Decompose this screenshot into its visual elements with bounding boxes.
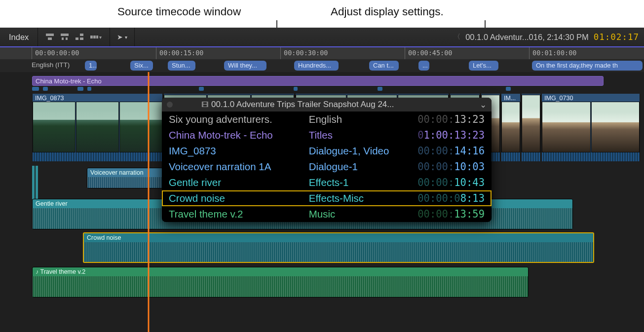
clip-edge (36, 166, 38, 199)
waveform (522, 152, 540, 161)
clip-name: China Moto-trek - Echo (162, 127, 302, 143)
caption-chip[interactable]: Stun... (168, 61, 195, 71)
timecode-row[interactable]: China Moto-trek - EchoTitles01:00:13:23 (162, 127, 492, 143)
thumbnail (522, 95, 540, 152)
timeline-toolbar: Index ▾ ➤ ▾ 〈 00.1.0 Adventur...016, 2:1… (0, 28, 644, 47)
source-timecode: 00:00:13:23 (411, 111, 492, 127)
source-timecode: 00:00:10:43 (411, 175, 492, 190)
waveform (542, 152, 640, 161)
svg-rect-3 (62, 37, 64, 40)
ruler-tick: 00:00:45:00 (405, 47, 455, 59)
caption-chip[interactable]: Can t... (369, 61, 399, 71)
svg-rect-10 (96, 36, 98, 38)
clip-label: IMG_0730 (542, 94, 640, 102)
video-clip[interactable] (521, 94, 541, 161)
caption-chip[interactable]: ... (418, 61, 429, 71)
role-name: Dialogue-1 (302, 159, 411, 175)
caption-chip[interactable]: 1... (85, 61, 97, 71)
title-clip[interactable]: China Moto-trek - Echo (32, 76, 604, 86)
source-timecode: 01:00:13:23 (411, 127, 492, 143)
roles-strip (32, 87, 604, 91)
append-clip-icon[interactable] (76, 34, 83, 40)
svg-rect-4 (66, 37, 68, 40)
thumbnail (501, 102, 520, 152)
project-name[interactable]: 00.1.0 Adventur...016, 2:14:30 PM (465, 33, 589, 42)
caption-language: English (ITT) (32, 61, 70, 69)
filmstrip-icon: 🎞 (201, 101, 208, 109)
source-timecode: 00:00:10:03 (411, 159, 492, 175)
clip-name: IMG_0873 (162, 143, 302, 159)
insert-clip-icon[interactable] (61, 34, 69, 40)
ruler-tick: 00:00:30:00 (280, 47, 331, 59)
svg-rect-8 (90, 36, 93, 38)
role-name: Effects-1 (302, 175, 411, 190)
video-clip[interactable]: IMG_0873 (32, 94, 163, 161)
timecode-row[interactable]: Gentle riverEffects-100:00:10:43 (162, 175, 492, 190)
svg-rect-6 (80, 34, 83, 36)
display-settings-chevron-icon[interactable]: ⌄ (480, 100, 487, 110)
thumbnail (119, 102, 162, 152)
clip-name: Travel theme v.2 (162, 206, 302, 222)
source-timecode: 00:00:08:13 (411, 190, 492, 206)
audio-clip-crowd-noise[interactable]: Crowd noise (83, 232, 594, 263)
caption-chip[interactable]: Let's... (469, 61, 498, 71)
timecode-row[interactable]: IMG_0873Dialogue-1, Video00:00:14:16 (162, 143, 492, 159)
clip-label: ♪ Travel theme v.2 (33, 267, 528, 276)
timecode-row[interactable]: Crowd noiseEffects-Misc00:00:08:13 (162, 190, 492, 206)
timecode-row[interactable]: Voiceover narration 1ADialogue-100:00:10… (162, 159, 492, 175)
clip-name: Crowd noise (162, 190, 302, 206)
role-name: Dialogue-1, Video (302, 143, 411, 159)
waveform (84, 242, 593, 262)
waveform (501, 152, 520, 161)
prev-project-icon[interactable]: 〈 (454, 33, 460, 41)
ruler-tick: 00:00:15:00 (156, 47, 206, 59)
svg-rect-7 (80, 37, 83, 40)
svg-rect-0 (46, 34, 54, 36)
popup-title: 00.1.0 Adventure Trips Trailer Snapshot … (211, 100, 470, 110)
layout-tool-group: ▾ (38, 28, 110, 46)
caption-chip[interactable]: Will they... (224, 61, 266, 71)
project-timecode[interactable]: 01:02:17 (594, 32, 639, 42)
clip-name: Gentle river (162, 175, 302, 190)
clip-edge (32, 166, 35, 199)
time-ruler[interactable]: 00:00:00:0000:00:15:0000:00:30:0000:00:4… (0, 47, 644, 59)
caption-chip[interactable]: Hundreds... (294, 61, 339, 71)
pointer-icon: ➤ (117, 33, 123, 41)
source-timecode-table: Six young adventurers.English00:00:13:23… (162, 111, 492, 222)
clip-label: Crowd noise (84, 233, 593, 242)
callout-source-tc: Source timecode window (117, 5, 241, 18)
role-name: English (302, 111, 411, 127)
callout-display: Adjust display settings. (331, 5, 444, 18)
index-button[interactable]: Index (0, 28, 38, 46)
video-clip[interactable]: IMG_0730 (541, 94, 640, 161)
popup-header[interactable]: 🎞 00.1.0 Adventure Trips Trailer Snapsho… (162, 98, 492, 111)
waveform (33, 276, 528, 297)
chevron-down-icon: ▾ (125, 35, 127, 40)
clip-name: Six young adventurers. (162, 111, 302, 127)
connect-clip-icon[interactable] (46, 34, 54, 40)
timecode-row[interactable]: Travel theme v.2Music00:00:13:59 (162, 206, 492, 222)
timecode-row[interactable]: Six young adventurers.English00:00:13:23 (162, 111, 492, 127)
audio-clip-travel-theme[interactable]: ♪ Travel theme v.2 (32, 267, 529, 297)
caption-chip[interactable]: On the first day,they made th (532, 61, 643, 71)
video-clip[interactable]: IM... (501, 94, 521, 161)
select-tool[interactable]: ➤ ▾ (110, 28, 135, 46)
waveform (33, 152, 162, 161)
svg-rect-9 (93, 36, 96, 38)
source-timecode-window[interactable]: 🎞 00.1.0 Adventure Trips Trailer Snapsho… (162, 98, 492, 222)
role-name: Effects-Misc (302, 190, 411, 206)
source-timecode: 00:00:13:59 (411, 206, 492, 222)
caption-chip[interactable]: Six... (130, 61, 153, 71)
clip-label: IMG_0873 (33, 94, 162, 102)
thumbnail (591, 102, 640, 152)
close-icon[interactable] (167, 102, 173, 108)
clip-label: IM... (501, 94, 520, 102)
svg-rect-2 (61, 34, 69, 36)
ruler-tick: 00:01:00:00 (529, 47, 579, 59)
overwrite-clip-icon[interactable]: ▾ (90, 34, 102, 40)
svg-rect-5 (76, 37, 78, 40)
source-timecode: 00:00:14:16 (411, 143, 492, 159)
thumbnail (542, 102, 591, 152)
playhead[interactable] (148, 72, 149, 332)
role-name: Titles (302, 127, 411, 143)
